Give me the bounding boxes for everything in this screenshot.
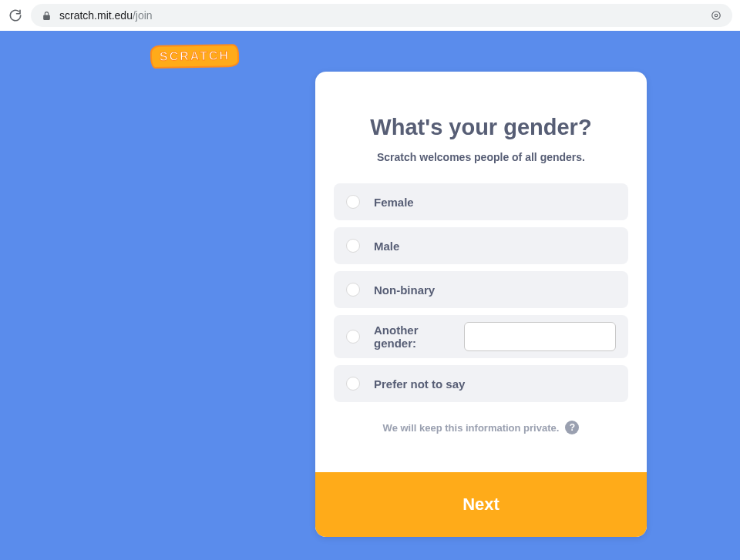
help-icon[interactable]: ? [565,421,579,434]
privacy-text: We will keep this information private. [383,422,560,434]
next-button[interactable]: Next [315,472,647,537]
url-text: scratch.mit.edu/join [59,9,153,22]
browser-toolbar: scratch.mit.edu/join [0,0,740,31]
page-background: SCRATCH What's your gender? Scratch welc… [0,31,740,560]
url-domain: scratch.mit.edu [59,9,133,22]
card-body: What's your gender? Scratch welcomes peo… [315,72,647,472]
option-another-label: Another gender: [374,324,447,350]
option-female-label: Female [374,196,414,209]
signup-card: What's your gender? Scratch welcomes peo… [315,72,647,537]
option-another[interactable]: Another gender: [334,315,628,358]
radio-prefer-not[interactable] [346,377,360,391]
radio-another[interactable] [346,330,360,344]
another-gender-input[interactable] [464,322,616,351]
form-title: What's your gender? [370,115,591,140]
address-bar[interactable]: scratch.mit.edu/join [31,4,732,27]
next-button-label: Next [462,495,500,515]
option-prefer-not-label: Prefer not to say [374,377,465,391]
privacy-note: We will keep this information private. ? [383,421,580,434]
lock-icon [42,11,52,21]
radio-male[interactable] [346,239,360,253]
gender-options: Female Male Non-binary Another gender: [334,183,628,402]
option-male-label: Male [374,240,399,253]
option-female[interactable]: Female [334,183,628,220]
url-path: /join [133,9,153,22]
option-nonbinary[interactable]: Non-binary [334,271,628,308]
svg-point-1 [715,14,718,17]
radio-female[interactable] [346,195,360,209]
scratch-logo[interactable]: SCRATCH [150,45,239,68]
option-prefer-not[interactable]: Prefer not to say [334,365,628,402]
option-nonbinary-label: Non-binary [374,283,435,297]
site-settings-icon[interactable] [711,10,722,21]
form-subtitle: Scratch welcomes people of all genders. [377,151,585,163]
scratch-logo-text: SCRATCH [150,44,240,69]
svg-point-0 [712,12,721,20]
reload-button[interactable] [8,8,23,23]
radio-nonbinary[interactable] [346,283,360,297]
option-male[interactable]: Male [334,227,628,264]
